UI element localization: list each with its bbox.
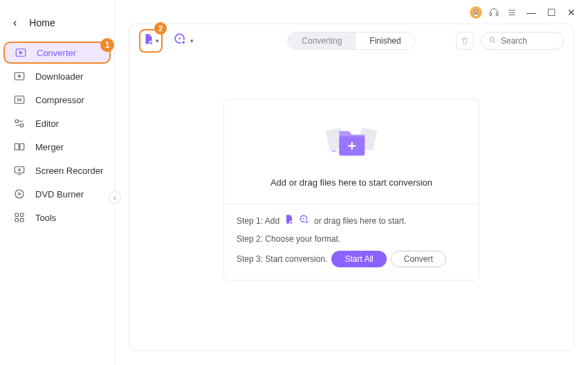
svg-rect-17: [490, 13, 492, 16]
svg-rect-18: [496, 13, 498, 16]
home-label: Home: [29, 17, 55, 28]
step-2-row: Step 2: Choose your format.: [237, 234, 466, 244]
main-area: — ☐ ✕ ▾ 2 ▾: [115, 0, 588, 365]
merger-icon: [13, 141, 26, 153]
toolbar-right: [456, 32, 564, 50]
callout-1-badge: 1: [100, 38, 114, 52]
sidebar-item-tools[interactable]: Tools: [3, 206, 111, 229]
file-plus-icon: [143, 33, 154, 48]
download-icon: [13, 70, 26, 82]
chevron-down-icon: ▾: [190, 37, 194, 44]
svg-point-5: [21, 124, 24, 127]
svg-rect-8: [15, 167, 24, 173]
svg-rect-7: [20, 144, 24, 150]
window-maximize-button[interactable]: ☐: [544, 7, 559, 18]
status-tabs: Converting Finished: [287, 32, 415, 50]
search-icon: [488, 35, 497, 47]
step-3-row: Step 3: Start conversion. Start All Conv…: [237, 251, 466, 267]
svg-rect-13: [21, 213, 24, 217]
callout-2-badge: 2: [154, 22, 167, 35]
sidebar-item-label: Compressor: [35, 95, 84, 105]
svg-rect-14: [15, 219, 19, 222]
svg-point-11: [19, 193, 21, 195]
svg-rect-15: [21, 219, 24, 222]
titlebar: — ☐ ✕: [115, 0, 588, 21]
search-box[interactable]: [481, 32, 564, 50]
window-close-button[interactable]: ✕: [564, 7, 578, 18]
search-input[interactable]: [501, 36, 556, 46]
add-disc-button[interactable]: ▾: [174, 33, 194, 49]
app-root: ‹ Home Converter 1 Downloader: [0, 0, 588, 365]
sidebar-item-label: Screen Recorder: [35, 166, 103, 176]
compressor-icon: [13, 94, 26, 106]
svg-point-23: [490, 37, 494, 42]
svg-point-21: [178, 37, 181, 39]
step-1-post: or drag files here to start.: [314, 216, 406, 226]
user-avatar-icon[interactable]: [470, 6, 482, 19]
disc-plus-icon: [174, 33, 187, 49]
back-home-row[interactable]: ‹ Home: [3, 17, 111, 29]
content-card: ▾ 2 ▾ Converting Finished: [129, 24, 574, 351]
sidebar-item-label: Editor: [35, 118, 59, 129]
start-all-button[interactable]: Start All: [331, 251, 386, 267]
sidebar-item-dvd-burner[interactable]: DVD Burner: [3, 183, 111, 205]
sidebar-item-label: DVD Burner: [35, 189, 84, 199]
sidebar-item-editor[interactable]: Editor: [3, 112, 111, 134]
svg-point-10: [15, 190, 24, 198]
add-file-group: ▾ 2: [139, 29, 163, 53]
converter-icon: [15, 46, 27, 59]
svg-point-4: [15, 120, 19, 123]
sidebar-item-converter[interactable]: Converter 1: [3, 42, 111, 64]
tab-converting[interactable]: Converting: [288, 33, 356, 49]
sidebar-item-label: Tools: [35, 213, 56, 223]
nav-list: Converter 1 Downloader Compressor Ed: [3, 42, 111, 229]
screen-recorder-icon: [13, 164, 26, 177]
steps-panel: Step 1: Add or drag files here to start.…: [224, 204, 479, 280]
tab-finished[interactable]: Finished: [356, 33, 414, 49]
sidebar-item-label: Downloader: [35, 71, 83, 82]
sidebar-item-compressor[interactable]: Compressor: [3, 89, 111, 111]
file-plus-icon[interactable]: [284, 214, 295, 227]
step-1-pre: Step 1: Add: [237, 216, 279, 226]
svg-point-9: [19, 169, 21, 171]
support-headset-icon[interactable]: [488, 6, 500, 19]
drop-caption: Add or drag files here to start conversi…: [270, 177, 432, 188]
tools-icon: [13, 211, 26, 224]
svg-point-29: [303, 218, 304, 220]
window-minimize-button[interactable]: —: [524, 7, 539, 18]
sidebar-item-label: Merger: [35, 142, 64, 152]
step-3-text: Step 3: Start conversion.: [237, 254, 327, 264]
toolbar: ▾ 2 ▾ Converting Finished: [129, 24, 573, 57]
svg-rect-12: [15, 213, 19, 217]
sidebar: ‹ Home Converter 1 Downloader: [0, 0, 115, 365]
chevron-left-icon: ‹: [13, 17, 17, 29]
trash-button[interactable]: [456, 32, 474, 50]
disc-plus-icon[interactable]: [299, 214, 310, 227]
sidebar-item-downloader[interactable]: Downloader: [3, 65, 111, 87]
svg-point-16: [475, 10, 477, 12]
svg-rect-6: [15, 144, 19, 150]
drop-zone[interactable]: Add or drag files here to start conversi…: [224, 100, 479, 204]
dvd-icon: [13, 188, 26, 200]
sidebar-item-label: Converter: [37, 48, 76, 58]
sidebar-item-merger[interactable]: Merger: [3, 136, 111, 158]
editor-icon: [13, 117, 26, 130]
step-2-text: Step 2: Choose your format.: [237, 234, 340, 244]
chevron-down-icon: ▾: [156, 37, 159, 44]
convert-button[interactable]: Convert: [391, 251, 446, 267]
step-1-row: Step 1: Add or drag files here to start.: [237, 214, 466, 227]
menu-icon[interactable]: [506, 6, 518, 19]
drop-panel: Add or drag files here to start conversi…: [223, 99, 479, 281]
collapse-sidebar-handle[interactable]: ‹: [109, 191, 121, 204]
sidebar-item-screen-recorder[interactable]: Screen Recorder: [3, 159, 111, 181]
folder-plus-icon: [317, 116, 386, 165]
